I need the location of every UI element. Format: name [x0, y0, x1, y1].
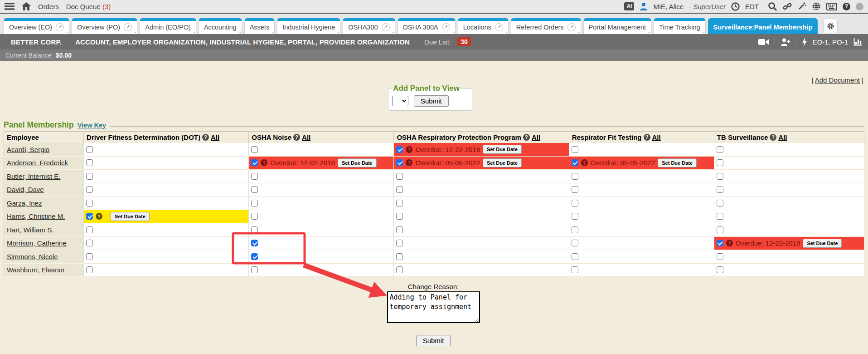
panel-checkbox[interactable]	[572, 266, 578, 273]
panel-checkbox[interactable]	[86, 226, 93, 233]
employee-link[interactable]: Acardi, Sergio	[7, 146, 49, 153]
tab-accounting[interactable]: Accounting	[199, 18, 242, 34]
question-icon[interactable]: ?	[726, 240, 733, 246]
panel-checkbox[interactable]	[396, 159, 403, 166]
employee-link[interactable]: Hart, William S.	[7, 226, 53, 234]
question-icon[interactable]: ?	[293, 134, 300, 141]
tab-industrial-hygiene[interactable]: Industrial Hygiene	[277, 18, 340, 34]
employee-link[interactable]: Simmons, Nicole	[7, 253, 58, 261]
nav-orders[interactable]: Orders	[38, 3, 59, 10]
panel-checkbox[interactable]	[396, 186, 403, 193]
panel-checkbox[interactable]	[251, 266, 258, 273]
set-due-date-button[interactable]: Set Due Date	[483, 145, 522, 154]
add-person-icon[interactable]	[781, 38, 790, 46]
tab-time-tracking[interactable]: Time Tracking	[654, 18, 706, 34]
change-reason-submit-button[interactable]: Submit	[416, 335, 451, 346]
question-icon[interactable]: ?	[261, 159, 267, 166]
employee-link[interactable]: Garza, Inez	[7, 199, 42, 207]
panel-checkbox[interactable]	[717, 226, 723, 233]
home-icon[interactable]	[22, 2, 31, 10]
panel-checkbox[interactable]	[572, 240, 578, 246]
question-icon[interactable]: ?	[202, 134, 209, 141]
panel-checkbox[interactable]	[396, 200, 403, 206]
question-icon[interactable]: ?	[406, 146, 412, 153]
panel-checkbox[interactable]	[251, 213, 258, 220]
panel-checkbox[interactable]	[572, 213, 578, 220]
panel-checkbox[interactable]	[396, 173, 403, 180]
tab-admin-eo-po-[interactable]: Admin (EO/PO)	[140, 18, 196, 34]
change-reason-textarea[interactable]: Adding to Panel for temporary assignment	[387, 291, 480, 323]
user-name[interactable]: MIE, Alice	[653, 3, 684, 10]
employee-link[interactable]: Washburn, Eleanor	[7, 266, 65, 274]
panel-checkbox[interactable]	[86, 146, 93, 153]
panel-checkbox[interactable]	[251, 240, 258, 246]
panel-checkbox[interactable]	[86, 173, 93, 180]
question-icon[interactable]: ?	[581, 159, 588, 166]
panel-checkbox[interactable]	[396, 226, 403, 233]
panel-checkbox[interactable]	[86, 186, 93, 193]
panel-checkbox[interactable]	[572, 200, 578, 206]
hamburger-menu-icon[interactable]	[5, 3, 15, 10]
panel-checkbox[interactable]	[572, 173, 578, 180]
panel-checkbox[interactable]	[86, 253, 93, 260]
clock-icon[interactable]	[731, 2, 740, 11]
panel-checkbox[interactable]	[572, 159, 578, 166]
panel-checkbox[interactable]	[251, 200, 258, 206]
set-due-date-button[interactable]: Set Due Date	[658, 158, 697, 167]
panel-checkbox[interactable]	[717, 159, 723, 166]
link-icon[interactable]	[783, 2, 792, 11]
panel-checkbox[interactable]	[396, 266, 403, 273]
help-icon[interactable]: ?	[843, 3, 850, 10]
column-select-all-link[interactable]: All	[532, 133, 540, 141]
set-due-date-button[interactable]: Set Due Date	[111, 212, 150, 221]
panel-checkbox[interactable]	[251, 173, 258, 180]
set-due-date-button[interactable]: Set Due Date	[483, 158, 522, 167]
wand-icon[interactable]	[797, 2, 806, 11]
employee-link[interactable]: Anderson, Frederick	[7, 159, 68, 167]
panel-checkbox[interactable]	[251, 253, 258, 260]
panel-checkbox[interactable]	[251, 226, 258, 233]
lightning-icon[interactable]	[802, 38, 807, 46]
tab-locations[interactable]: Locations↗	[458, 18, 509, 34]
panel-checkbox[interactable]	[251, 186, 258, 193]
tab-portal-management[interactable]: Portal Management	[583, 18, 652, 34]
question-icon[interactable]: ?	[644, 134, 650, 141]
tab-overview-po-[interactable]: Overview (PO)↗	[72, 18, 137, 34]
employee-link[interactable]: Morrison, Catherine	[7, 239, 67, 247]
add-panel-select[interactable]	[392, 96, 408, 106]
employee-link[interactable]: David, Dave	[7, 186, 44, 193]
ai-badge[interactable]: AI	[624, 2, 634, 10]
panel-checkbox[interactable]	[717, 266, 723, 273]
tab-overview-eo-[interactable]: Overview (EO)↗	[4, 18, 69, 34]
panel-checkbox[interactable]	[86, 240, 93, 246]
tab-surveillance-panel-membership[interactable]: Surveillance:Panel Membership	[708, 18, 818, 34]
column-select-all-link[interactable]: All	[652, 133, 661, 141]
panel-checkbox[interactable]	[251, 146, 258, 153]
panel-checkbox[interactable]	[572, 226, 578, 233]
panel-checkbox[interactable]	[396, 146, 403, 153]
video-camera-icon[interactable]	[758, 39, 769, 45]
tab-settings-button[interactable]	[823, 19, 838, 33]
panel-checkbox[interactable]	[86, 266, 93, 273]
view-key-link[interactable]: View Key	[78, 122, 106, 129]
set-due-date-button[interactable]: Set Due Date	[338, 158, 377, 167]
panel-checkbox[interactable]	[572, 146, 578, 153]
panel-checkbox[interactable]	[251, 159, 258, 166]
panel-checkbox[interactable]	[717, 213, 723, 220]
question-icon[interactable]: ?	[523, 134, 530, 141]
panel-checkbox[interactable]	[396, 213, 403, 220]
panel-checkbox[interactable]	[572, 186, 578, 193]
tab-osha-300a[interactable]: OSHA 300A↗	[398, 18, 456, 34]
tab-osha300[interactable]: OSHA300↗	[343, 18, 395, 34]
column-select-all-link[interactable]: All	[211, 133, 219, 141]
search-icon[interactable]	[768, 2, 777, 11]
avatar-placeholder[interactable]	[856, 3, 863, 10]
employee-link[interactable]: Butler, Internist E.	[7, 172, 60, 180]
panel-checkbox[interactable]	[86, 200, 93, 206]
panel-checkbox[interactable]	[572, 253, 578, 260]
panel-checkbox[interactable]	[717, 240, 723, 246]
panel-checkbox[interactable]	[396, 253, 403, 260]
question-icon[interactable]: ?	[406, 159, 412, 166]
keyboard-icon[interactable]	[826, 3, 837, 10]
question-icon[interactable]: ?	[96, 213, 102, 220]
